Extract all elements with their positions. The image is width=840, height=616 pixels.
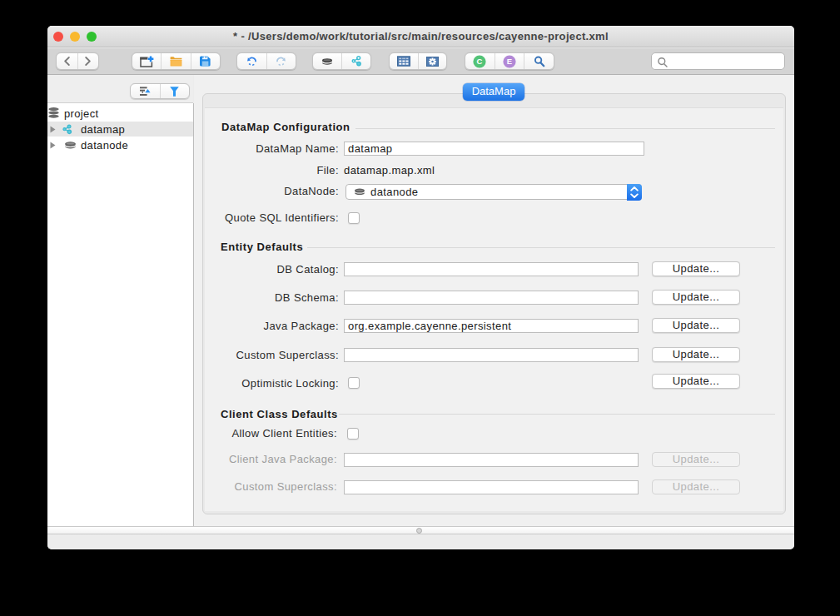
svg-text:E: E xyxy=(507,57,512,66)
svg-text:C: C xyxy=(477,57,483,66)
